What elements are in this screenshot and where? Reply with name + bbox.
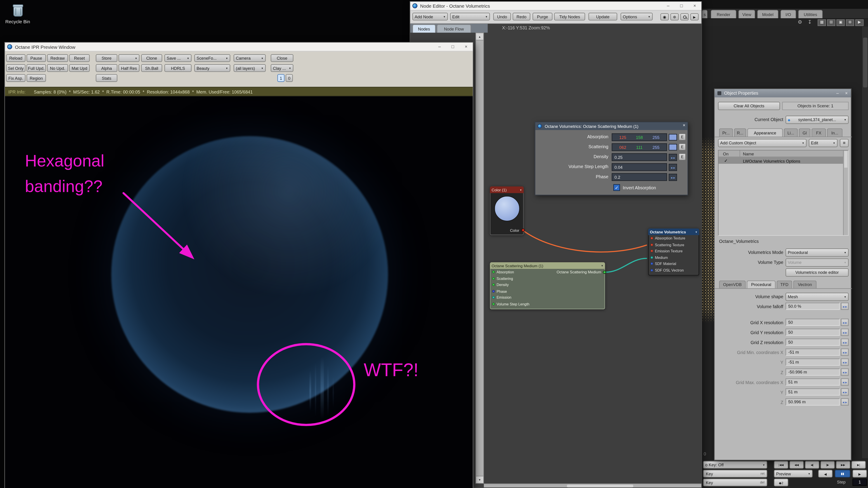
scattering-medium-settings-panel[interactable]: Octane Volumetrics: Octane Scattering Me… (535, 122, 688, 195)
wire-color-to-scattering-texture[interactable] (524, 231, 647, 252)
collapse-icon[interactable]: ▼ (695, 230, 698, 233)
collapse-icon[interactable]: ▼ (520, 188, 522, 191)
grid-z-mini-slider[interactable]: ◄► (841, 339, 848, 346)
absorption-rgb-field[interactable]: 125 158 255 (612, 133, 667, 141)
edit-button[interactable]: Edit▼ (450, 13, 490, 20)
tidy-nodes-button[interactable]: Tidy Nodes (554, 13, 585, 20)
viewport-button-4[interactable]: ⊕ (846, 20, 854, 26)
node-color-header[interactable]: Color (1) ▼ (490, 186, 524, 193)
absorption-envelope-button[interactable]: E (679, 133, 686, 140)
pause-button[interactable]: Pause (27, 54, 46, 62)
sel-only-button[interactable]: Sel Only (6, 64, 26, 72)
multi-key-button[interactable]: ◆2 (774, 479, 788, 486)
grid-min-z-mini-slider[interactable]: ◄► (841, 368, 848, 376)
forward-icon[interactable]: ▶ (690, 13, 699, 21)
scattering-envelope-button[interactable]: E (679, 143, 686, 151)
play-forward-button[interactable]: ▶ (852, 470, 867, 477)
tab-appearance[interactable]: Appearance (747, 128, 783, 137)
layers-dropdown[interactable]: (all layers)▼ (234, 64, 266, 72)
volume-falloff-field[interactable]: 50.0 % (785, 303, 840, 310)
input-port[interactable] (492, 290, 495, 293)
node-octane-volumetrics-header[interactable]: Octane Volumetrics ▼ (648, 228, 699, 235)
camera-dropdown[interactable]: Camera▼ (234, 54, 266, 62)
add-node-button[interactable]: Add Node▼ (412, 13, 448, 20)
collapse-icon[interactable]: ▼ (601, 264, 603, 267)
update-button[interactable]: Update (588, 13, 617, 20)
node-color[interactable]: Color (1) ▼ Color (490, 186, 524, 235)
tab-gl[interactable]: Gl (799, 128, 810, 137)
grid-max-x-field[interactable]: 51 m (785, 379, 840, 386)
close-icon[interactable]: × (460, 43, 473, 51)
scrollbar-thumb[interactable] (844, 151, 848, 168)
scattering-color-swatch[interactable] (669, 144, 677, 151)
grid-min-x-mini-slider[interactable]: ◄► (841, 349, 848, 356)
store-button[interactable]: Store (96, 54, 118, 62)
grid-min-x-field[interactable]: -51 m (785, 349, 840, 356)
input-port[interactable] (651, 237, 653, 240)
stats-button[interactable]: Stats (96, 74, 118, 82)
main-tab-view[interactable]: View (739, 10, 755, 18)
list-scrollbar[interactable] (843, 151, 848, 235)
density-envelope-button[interactable]: E (679, 153, 686, 160)
step-field[interactable]: 1 (852, 479, 867, 486)
transport-last-frame-button[interactable]: ▶| (851, 461, 866, 468)
grid-y-mini-slider[interactable]: ◄► (841, 329, 848, 336)
options-button[interactable]: Options▼ (620, 13, 653, 20)
pin-icon[interactable]: ◉ (660, 13, 669, 21)
phase-mini-slider[interactable]: ◄► (669, 174, 677, 181)
grid-max-y-mini-slider[interactable]: ◄► (841, 388, 848, 396)
output-port[interactable] (522, 228, 525, 232)
beauty-pass-dropdown[interactable]: Beauty▼ (194, 64, 230, 72)
node-scattering-medium-header[interactable]: Octane Scattering Medium (1) ▼ (490, 262, 605, 269)
scattering-rgb-field[interactable]: 062 111 255 (612, 143, 667, 151)
store-slot-dropdown[interactable]: ▼ (119, 54, 140, 62)
grid-max-z-mini-slider[interactable]: ◄► (841, 398, 848, 405)
input-port[interactable] (651, 250, 653, 252)
wire-medium-to-medium-input[interactable] (606, 258, 647, 272)
volumetrics-node-editor-button[interactable]: Volumetrics node editor (785, 268, 848, 277)
gear-icon[interactable]: ⚙ (798, 20, 802, 25)
pause-button[interactable]: ▮▮ (835, 470, 850, 477)
fix-aspect-button[interactable]: Fix Asp. (6, 74, 26, 82)
maximize-icon[interactable]: □ (446, 43, 460, 51)
region-button[interactable]: Region (27, 74, 46, 82)
transport-next-key-button[interactable]: ▶▶ (836, 461, 850, 468)
close-icon[interactable]: × (842, 89, 851, 97)
redo-button[interactable]: Redo (513, 13, 530, 20)
toggle-0-button[interactable]: 0 (286, 74, 293, 82)
tab-openvdb[interactable]: OpenVDB (719, 281, 746, 288)
input-port[interactable] (492, 296, 495, 299)
settings-panel-titlebar[interactable]: Octane Volumetrics: Octane Scattering Me… (535, 122, 687, 130)
mat-update-button[interactable]: Mat Upd (69, 64, 90, 72)
input-port[interactable] (492, 302, 495, 305)
enabled-check-icon[interactable]: ✓ (724, 158, 727, 163)
grid-min-y-mini-slider[interactable]: ◄► (841, 359, 848, 366)
tab-instancer[interactable]: In... (827, 128, 843, 137)
volume-step-length-mini-slider[interactable]: ◄► (669, 164, 677, 171)
tab-primitive[interactable]: Pr... (719, 128, 733, 137)
absorption-color-swatch[interactable] (669, 134, 677, 140)
main-tab-partial[interactable]: s (702, 10, 707, 18)
toggle-1-button[interactable]: 1 (277, 74, 285, 82)
output-port[interactable] (603, 271, 606, 274)
main-tab-utilities[interactable]: Utilities (798, 10, 823, 18)
scrollbar-thumb[interactable] (863, 38, 868, 88)
viewport-button-2[interactable]: ⊞ (827, 20, 835, 26)
object-properties-titlebar[interactable]: Object Properties – × (715, 89, 851, 97)
main-tab-render[interactable]: Render (711, 10, 736, 18)
tab-vectron[interactable]: Vectron (793, 281, 816, 288)
hdrls-button[interactable]: HDRLS (164, 64, 191, 72)
viewport-button-3[interactable]: ▣ (836, 20, 845, 26)
input-port[interactable] (651, 262, 653, 265)
clear-all-objects-button[interactable]: Clear All Objects (718, 102, 780, 110)
grid-min-z-field[interactable]: -50.996 m (785, 368, 840, 376)
input-port[interactable] (492, 271, 495, 273)
shader-ball-button[interactable]: Sh.Ball (141, 64, 162, 72)
edit-dropdown[interactable]: Edit▼ (809, 139, 837, 147)
list-icon[interactable]: ≡ (840, 139, 848, 147)
close-icon[interactable]: × (683, 123, 685, 128)
grid-max-y-field[interactable]: 51 m (785, 388, 840, 396)
volume-shape-dropdown[interactable]: Mesh▼ (785, 293, 848, 301)
close-button[interactable]: Close (271, 54, 293, 62)
color-swatch[interactable] (494, 196, 520, 221)
